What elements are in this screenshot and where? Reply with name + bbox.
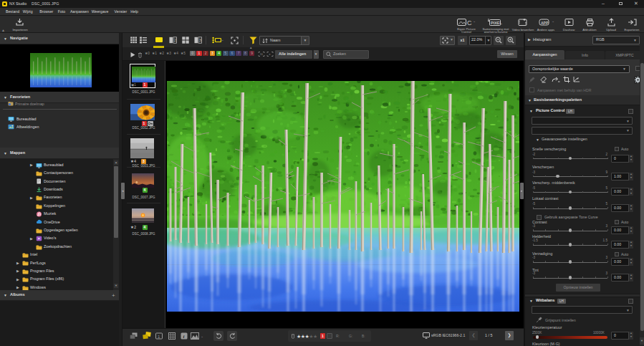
svg-text:3: 3 bbox=[269, 53, 270, 56]
svg-text:1: 1 bbox=[158, 335, 160, 339]
svg-text:C: C bbox=[467, 19, 472, 27]
svg-text:i: i bbox=[183, 334, 184, 340]
svg-text:PIXEL: PIXEL bbox=[491, 21, 502, 25]
svg-text:2: 2 bbox=[174, 38, 176, 42]
svg-text:3: 3 bbox=[198, 38, 201, 42]
svg-text:16: 16 bbox=[260, 53, 263, 56]
svg-text:APP: APP bbox=[541, 21, 549, 25]
